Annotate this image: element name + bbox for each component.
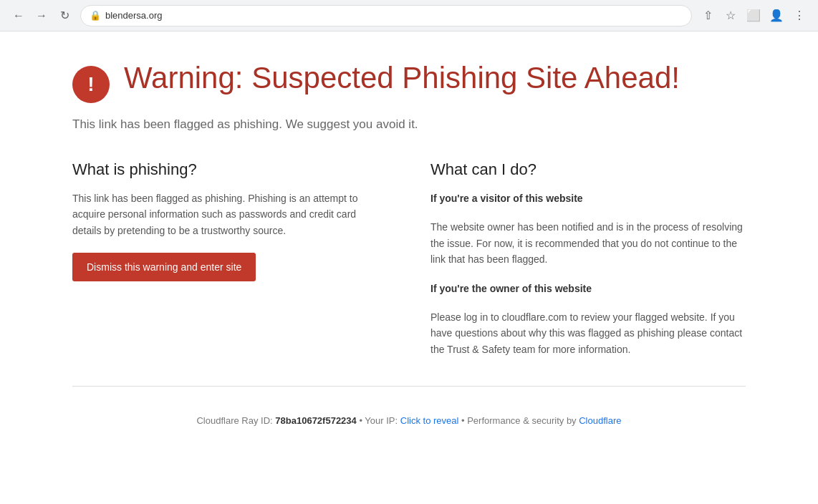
ip-reveal-link[interactable]: Click to reveal: [400, 415, 459, 426]
phishing-info-section: What is phishing? This link has been fla…: [72, 160, 388, 357]
visitor-heading: If you're a visitor of this website: [430, 190, 746, 206]
owner-body: Please log in to cloudflare.com to revie…: [430, 309, 746, 357]
nav-buttons: ← → ↻: [9, 6, 74, 26]
what-can-i-do-section: What can I do? If you're a visitor of th…: [430, 160, 746, 357]
footer-sep2: •: [458, 415, 467, 426]
warning-exclamation-icon: !: [87, 73, 94, 96]
reload-button[interactable]: ↻: [54, 6, 74, 26]
browser-chrome: ← → ↻ 🔒 blendersa.org ⇧ ☆ ⬜ 👤 ⋮: [0, 0, 818, 32]
visitor-body: The website owner has been notified and …: [430, 219, 746, 267]
footer: Cloudflare Ray ID: 78ba10672f572234 • Yo…: [72, 401, 746, 440]
lock-icon: 🔒: [90, 10, 101, 21]
ray-id: 78ba10672f572234: [275, 415, 357, 426]
phishing-heading: What is phishing?: [72, 160, 388, 179]
back-button[interactable]: ←: [9, 6, 29, 26]
footer-ip-label: Your IP:: [365, 415, 400, 426]
footer-sep1: •: [357, 415, 365, 426]
cloudflare-link[interactable]: Cloudflare: [579, 415, 621, 426]
footer-prefix: Cloudflare Ray ID:: [196, 415, 275, 426]
warning-subtitle: This link has been flagged as phishing. …: [72, 117, 746, 132]
warning-header: ! Warning: Suspected Phishing Site Ahead…: [72, 60, 746, 103]
profile-button[interactable]: 👤: [766, 6, 786, 26]
divider: [72, 386, 746, 387]
footer-perf-label: Performance & security by: [467, 415, 579, 426]
forward-button[interactable]: →: [32, 6, 52, 26]
warning-title: Warning: Suspected Phishing Site Ahead!: [124, 60, 680, 96]
warning-icon-circle: !: [72, 66, 110, 103]
toolbar-right: ⇧ ☆ ⬜ 👤 ⋮: [698, 6, 809, 26]
url-text: blendersa.org: [105, 10, 163, 21]
share-button[interactable]: ⇧: [698, 6, 718, 26]
two-column-layout: What is phishing? This link has been fla…: [72, 160, 746, 357]
phishing-body: This link has been flagged as phishing. …: [72, 190, 388, 238]
tab-search-button[interactable]: ⬜: [744, 6, 764, 26]
address-bar[interactable]: 🔒 blendersa.org: [80, 5, 692, 26]
owner-heading: If you're the owner of this website: [430, 281, 746, 296]
page-content: ! Warning: Suspected Phishing Site Ahead…: [29, 32, 789, 469]
dismiss-button[interactable]: Dismiss this warning and enter site: [72, 253, 256, 281]
what-can-i-do-heading: What can I do?: [430, 160, 746, 179]
menu-button[interactable]: ⋮: [789, 6, 809, 26]
bookmark-button[interactable]: ☆: [721, 6, 741, 26]
